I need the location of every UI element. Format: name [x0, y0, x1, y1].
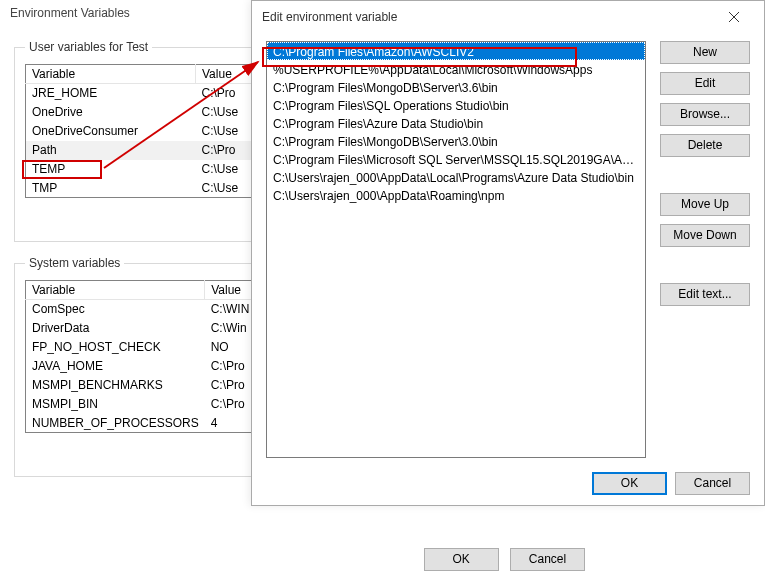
cell-variable: MSMPI_BENCHMARKS — [26, 376, 205, 395]
system-vars-legend: System variables — [25, 256, 124, 270]
cancel-button[interactable]: Cancel — [675, 472, 750, 495]
list-item[interactable]: C:\Users\rajen_000\AppData\Roaming\npm — [267, 186, 645, 204]
env-ok-button[interactable]: OK — [424, 548, 499, 571]
list-item[interactable]: %USERPROFILE%\AppData\Local\Microsoft\Wi… — [267, 60, 645, 78]
close-icon — [729, 12, 739, 22]
new-button[interactable]: New — [660, 41, 750, 64]
cell-variable: DriverData — [26, 319, 205, 338]
list-item[interactable]: C:\Program Files\Microsoft SQL Server\MS… — [267, 150, 645, 168]
cell-variable: TEMP — [26, 160, 196, 179]
edit-env-var-titlebar[interactable]: Edit environment variable — [252, 1, 764, 33]
list-item[interactable]: C:\Program Files\Azure Data Studio\bin — [267, 114, 645, 132]
path-entries-listbox[interactable]: C:\Program Files\Amazon\AWSCLIV2%USERPRO… — [266, 41, 646, 458]
col-header-variable[interactable]: Variable — [26, 281, 205, 300]
cell-variable: OneDriveConsumer — [26, 122, 196, 141]
list-item[interactable]: C:\Program Files\SQL Operations Studio\b… — [267, 96, 645, 114]
list-item[interactable]: C:\Program Files\MongoDB\Server\3.6\bin — [267, 78, 645, 96]
delete-button[interactable]: Delete — [660, 134, 750, 157]
move-down-button[interactable]: Move Down — [660, 224, 750, 247]
edit-button[interactable]: Edit — [660, 72, 750, 95]
cell-variable: ComSpec — [26, 300, 205, 319]
cell-variable: TMP — [26, 179, 196, 198]
env-cancel-button[interactable]: Cancel — [510, 548, 585, 571]
edit-text-button[interactable]: Edit text... — [660, 283, 750, 306]
cell-variable: NUMBER_OF_PROCESSORS — [26, 414, 205, 433]
cell-variable: JRE_HOME — [26, 84, 196, 103]
close-button[interactable] — [714, 3, 754, 31]
edit-env-var-dialog: Edit environment variable C:\Program Fil… — [251, 0, 765, 506]
list-item[interactable]: C:\Users\rajen_000\AppData\Local\Program… — [267, 168, 645, 186]
edit-env-var-title: Edit environment variable — [262, 10, 714, 24]
cell-variable: OneDrive — [26, 103, 196, 122]
cell-variable: JAVA_HOME — [26, 357, 205, 376]
cell-variable: Path — [26, 141, 196, 160]
list-item[interactable]: C:\Program Files\Amazon\AWSCLIV2 — [267, 42, 645, 60]
col-header-variable[interactable]: Variable — [26, 65, 196, 84]
cell-variable: FP_NO_HOST_CHECK — [26, 338, 205, 357]
ok-button[interactable]: OK — [592, 472, 667, 495]
user-vars-legend: User variables for Test — [25, 40, 152, 54]
list-item[interactable]: C:\Program Files\MongoDB\Server\3.0\bin — [267, 132, 645, 150]
move-up-button[interactable]: Move Up — [660, 193, 750, 216]
browse-button[interactable]: Browse... — [660, 103, 750, 126]
cell-variable: MSMPI_BIN — [26, 395, 205, 414]
